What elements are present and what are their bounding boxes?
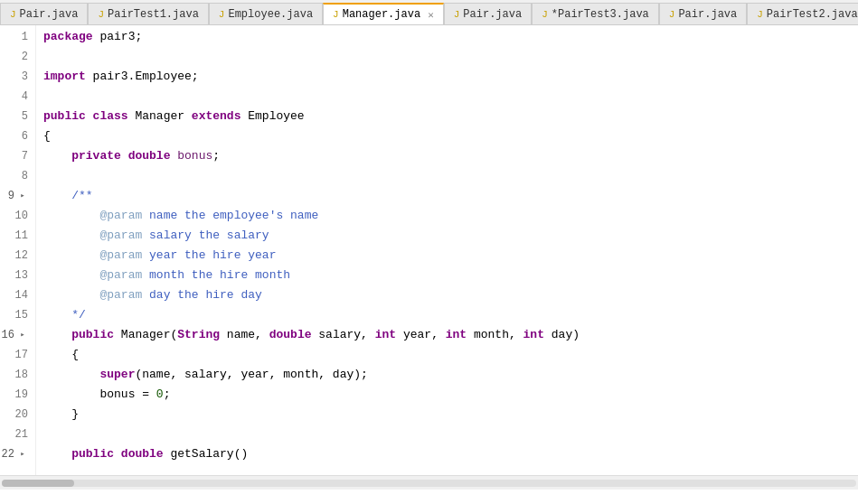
editor: 123456789▸10111213141516▸171819202122▸ p…: [0, 25, 858, 490]
code-area: 123456789▸10111213141516▸171819202122▸ p…: [0, 25, 858, 475]
line-number-19: 19: [0, 385, 28, 405]
code-segment: [43, 328, 71, 341]
code-segment: {: [43, 129, 51, 143]
tab-label-pair-java-2: Pair.java: [463, 8, 522, 21]
tab-label-pairtest1-java: PairTest1.java: [108, 8, 199, 21]
tab-icon-pair-java-1: J: [10, 9, 16, 20]
tab-icon-pairtest3-java: J: [542, 9, 548, 20]
code-segment: double: [121, 447, 171, 461]
code-segment: pair3.Employee;: [93, 70, 199, 83]
line-number-18: 18: [0, 365, 28, 385]
line-number-9: 9▸: [0, 186, 28, 206]
code-segment: day the hire day: [149, 288, 262, 302]
tab-pairtest2-java[interactable]: JPairTest2.java: [747, 3, 858, 24]
code-segment: month the hire month: [149, 268, 290, 282]
code-line-19: bonus = 0;: [43, 385, 858, 405]
code-line-7: private double bonus;: [43, 146, 858, 166]
tab-label-employee-java: Employee.java: [228, 8, 313, 21]
tab-pair-java-1[interactable]: JPair.java: [0, 3, 88, 24]
code-segment: Manager: [135, 109, 191, 123]
tab-pair-java-3[interactable]: JPair.java: [659, 3, 747, 24]
tab-pairtest3-java[interactable]: J*PairTest3.java: [532, 3, 659, 24]
tab-employee-java[interactable]: JEmployee.java: [209, 3, 323, 24]
code-line-5: public class Manager extends Employee: [43, 107, 858, 126]
fold-icon-9[interactable]: ▸: [17, 191, 28, 201]
code-segment: {: [43, 348, 79, 361]
line-number-15: 15: [0, 305, 28, 325]
code-line-4: [43, 87, 858, 107]
line-number-11: 11: [0, 226, 28, 246]
code-line-13: @param month the hire month: [43, 266, 858, 285]
code-segment: private: [71, 149, 127, 163]
code-segment: [43, 149, 71, 163]
code-segment: [43, 387, 99, 401]
code-segment: String: [177, 328, 227, 341]
line-number-4: 4: [0, 87, 28, 107]
code-segment: ;: [212, 149, 220, 163]
code-segment: extends: [192, 109, 248, 123]
tab-label-manager-java: Manager.java: [343, 8, 420, 21]
line-number-20: 20: [0, 405, 28, 425]
code-segment: package: [43, 30, 99, 43]
code-segment: }: [43, 407, 79, 421]
code-segment: public: [43, 109, 93, 123]
code-segment: month,: [474, 328, 523, 341]
tab-icon-manager-java: J: [333, 9, 339, 20]
code-segment: @param: [99, 229, 149, 242]
tab-close-manager-java[interactable]: ✕: [428, 9, 434, 21]
code-segment: day): [552, 328, 580, 341]
code-line-2: [43, 47, 858, 67]
code-segment: import: [43, 70, 93, 83]
tab-label-pairtest3-java: *PairTest3.java: [552, 8, 649, 21]
tab-pairtest1-java[interactable]: JPairTest1.java: [88, 3, 208, 24]
code-segment: @param: [99, 248, 149, 262]
code-segment: pair3;: [99, 30, 142, 43]
code-segment: [43, 447, 71, 461]
fold-icon-22[interactable]: ▸: [17, 449, 28, 460]
line-number-1: 1: [0, 27, 28, 47]
tab-manager-java[interactable]: JManager.java✕: [323, 3, 444, 24]
line-number-21: 21: [0, 425, 28, 444]
code-segment: year,: [403, 328, 446, 341]
code-segment: salary,: [318, 328, 374, 341]
line-number-7: 7: [0, 146, 28, 166]
tab-icon-pair-java-2: J: [454, 9, 460, 20]
code-line-11: @param salary the salary: [43, 226, 858, 246]
code-line-18: super(name, salary, year, month, day);: [43, 365, 858, 385]
scrollbar-area[interactable]: [0, 475, 858, 490]
code-segment: [43, 268, 99, 282]
code-segment: super: [99, 368, 135, 381]
scrollbar-track[interactable]: [2, 480, 856, 487]
code-segment: year the hire year: [149, 248, 276, 262]
code-segment: getSalary(): [170, 447, 248, 461]
tab-icon-pairtest1-java: J: [98, 9, 104, 20]
code-line-10: @param name the employee's name: [43, 206, 858, 226]
line-number-10: 10: [0, 206, 28, 226]
code-segment: @param: [99, 288, 149, 302]
line-number-17: 17: [0, 345, 28, 365]
code-segment: @param: [99, 268, 149, 282]
code-segment: double: [128, 149, 178, 163]
tab-icon-employee-java: J: [219, 9, 225, 20]
code-segment: [43, 248, 99, 262]
code-line-12: @param year the hire year: [43, 246, 858, 266]
code-segment: int: [375, 328, 403, 341]
code-line-6: {: [43, 126, 858, 146]
code-segment: [43, 209, 99, 222]
code-line-14: @param day the hire day: [43, 285, 858, 305]
code-segment: name the employee's name: [149, 209, 318, 222]
code-line-16: public Manager(String name, double salar…: [43, 325, 858, 345]
code-segment: (name, salary, year, month, day);: [135, 368, 367, 381]
line-numbers: 123456789▸10111213141516▸171819202122▸: [0, 25, 36, 475]
fold-icon-16[interactable]: ▸: [17, 330, 28, 341]
code-segment: bonus: [99, 387, 135, 401]
line-number-5: 5: [0, 107, 28, 126]
code-line-17: {: [43, 345, 858, 365]
tab-label-pairtest2-java: PairTest2.java: [767, 8, 858, 21]
code-segment: Manager(: [121, 328, 177, 341]
line-number-14: 14: [0, 285, 28, 305]
tab-label-pair-java-3: Pair.java: [678, 8, 737, 21]
scrollbar-thumb[interactable]: [2, 480, 74, 487]
tab-pair-java-2[interactable]: JPair.java: [444, 3, 532, 24]
line-number-3: 3: [0, 67, 28, 87]
